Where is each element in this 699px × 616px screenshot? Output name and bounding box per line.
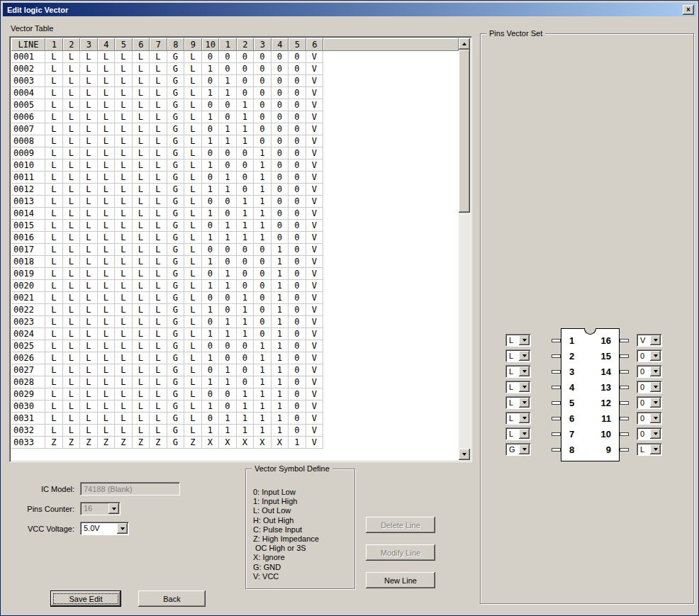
table-row[interactable]: 0025LLLLLLLGL000110V [11, 340, 459, 352]
scroll-down-button[interactable] [459, 449, 470, 460]
table-row[interactable]: 0029LLLLLLLGL001110V [11, 388, 459, 401]
pin-2-combo[interactable]: L [505, 349, 531, 362]
delete-line-button[interactable]: Delete Line [366, 517, 435, 533]
table-row[interactable]: 0009LLLLLLLGL000100V [11, 147, 459, 159]
dropdown-arrow-icon[interactable] [650, 429, 661, 439]
dropdown-arrow-icon[interactable] [519, 351, 530, 361]
column-header[interactable]: 3 [80, 38, 98, 51]
table-row[interactable]: 0032LLLLLLLGL111110V [11, 425, 459, 437]
table-row[interactable]: 0012LLLLLLLGL110100V [11, 184, 459, 196]
close-button[interactable]: × [683, 5, 694, 15]
pin-11-combo[interactable]: 0 [637, 412, 662, 425]
table-row[interactable]: 0027LLLLLLLGL010110V [11, 364, 459, 376]
dropdown-arrow-icon[interactable] [519, 366, 530, 376]
table-row[interactable]: 0021LLLLLLLGL001010V [11, 292, 459, 304]
table-row[interactable]: 0010LLLLLLLGL100100V [11, 159, 459, 172]
dropdown-arrow-icon[interactable] [650, 444, 661, 454]
column-header[interactable]: 1 [219, 38, 237, 51]
table-row[interactable]: 0033ZZZZZZZGZXXXXX1V [11, 437, 459, 449]
table-row[interactable]: 0030LLLLLLLGL101110V [11, 401, 459, 413]
table-row[interactable]: 0007LLLLLLLGL011000V [11, 123, 459, 135]
table-row[interactable]: 0005LLLLLLLGL001000V [11, 99, 459, 111]
table-row[interactable]: 0017LLLLLLLGL000010V [11, 244, 459, 256]
table-row[interactable]: 0024LLLLLLLGL111010V [11, 328, 459, 340]
pin-14-combo[interactable]: 0 [637, 365, 662, 378]
back-button[interactable]: Back [138, 590, 206, 607]
column-header[interactable]: 4 [272, 38, 289, 51]
scroll-up-button[interactable] [459, 38, 470, 50]
dropdown-arrow-icon[interactable] [650, 398, 661, 408]
dropdown-arrow-icon[interactable] [519, 429, 530, 439]
dropdown-arrow-icon[interactable] [650, 366, 661, 376]
pin-10-combo[interactable]: 0 [637, 427, 662, 440]
table-row[interactable]: 0002LLLLLLLGL100000V [11, 63, 459, 75]
table-row[interactable]: 0022LLLLLLLGL101010V [11, 304, 459, 316]
table-row[interactable]: 0028LLLLLLLGL110110V [11, 376, 459, 388]
pin-value-cell: Z [184, 437, 202, 449]
table-row[interactable]: 0023LLLLLLLGL011010V [11, 316, 459, 328]
pin-3-combo[interactable]: L [505, 365, 531, 378]
dropdown-arrow-icon[interactable] [117, 523, 128, 534]
table-row[interactable]: 0019LLLLLLLGL010010V [11, 268, 459, 280]
column-header[interactable]: 5 [289, 38, 306, 51]
dropdown-arrow-icon[interactable] [650, 335, 661, 345]
table-row[interactable]: 0014LLLLLLLGL101100V [11, 208, 459, 220]
table-row[interactable]: 0003LLLLLLLGL010000V [11, 75, 459, 87]
dropdown-arrow-icon[interactable] [519, 335, 530, 345]
dropdown-arrow-icon[interactable] [650, 382, 661, 392]
column-header[interactable]: 5 [115, 38, 133, 51]
table-row[interactable]: 0016LLLLLLLGL111100V [11, 232, 459, 244]
table-row[interactable]: 0006LLLLLLLGL101000V [11, 111, 459, 123]
new-line-button[interactable]: New Line [366, 572, 435, 588]
table-row[interactable]: 0031LLLLLLLGL011110V [11, 413, 459, 425]
pin-5-combo[interactable]: L [505, 396, 531, 409]
dropdown-arrow-icon[interactable] [519, 444, 530, 454]
pin-value-cell: L [80, 352, 98, 364]
column-header[interactable]: 3 [254, 38, 272, 51]
title-bar[interactable]: Edit logic Vector × [3, 3, 696, 16]
dropdown-arrow-icon[interactable] [519, 398, 530, 408]
column-header[interactable]: 1 [45, 38, 63, 51]
column-header[interactable]: 8 [167, 38, 185, 51]
column-header[interactable]: 10 [202, 38, 220, 51]
table-row[interactable]: 0008LLLLLLLGL111000V [11, 135, 459, 147]
dropdown-arrow-icon[interactable] [650, 413, 661, 423]
dropdown-arrow-icon[interactable] [519, 413, 530, 423]
table-row[interactable]: 0020LLLLLLLGL110010V [11, 280, 459, 292]
table-row[interactable]: 0026LLLLLLLGL100110V [11, 352, 459, 364]
table-row[interactable]: 0018LLLLLLLGL100010V [11, 256, 459, 268]
column-header[interactable]: 7 [150, 38, 167, 51]
pin-16-combo[interactable]: V [637, 334, 662, 347]
table-row[interactable]: 0015LLLLLLLGL011100V [11, 220, 459, 232]
column-header[interactable]: 6 [133, 38, 150, 51]
column-header[interactable]: 2 [63, 38, 81, 51]
column-header[interactable]: 6 [306, 38, 324, 51]
save-edit-button[interactable]: Save Edit [50, 590, 121, 607]
column-header[interactable]: 9 [184, 38, 202, 51]
pin-1-combo[interactable]: L [505, 334, 531, 347]
pin-6-combo[interactable]: L [505, 412, 531, 425]
pin-7-combo[interactable]: L [505, 427, 531, 440]
vertical-scrollbar[interactable] [459, 38, 470, 460]
pin-9-combo[interactable]: L [637, 443, 662, 456]
table-row[interactable]: 0001LLLLLLLGL000000V [11, 51, 459, 63]
vcc-voltage-select[interactable]: 5.0V [80, 522, 129, 535]
modify-line-button[interactable]: Modify Line [366, 544, 435, 561]
scrollbar-thumb[interactable] [459, 50, 470, 213]
column-header[interactable]: 2 [237, 38, 255, 51]
column-header[interactable]: 4 [98, 38, 116, 51]
row-filler [323, 401, 459, 413]
table-row[interactable]: 0013LLLLLLLGL001100V [11, 196, 459, 208]
pin-15-combo[interactable]: 0 [637, 349, 662, 362]
vector-table-grid[interactable]: LINE12345678910123456 0001LLLLLLLGL00000… [11, 38, 459, 460]
pin-13-combo[interactable]: 0 [637, 381, 662, 393]
dropdown-arrow-icon[interactable] [650, 351, 661, 361]
table-row[interactable]: 0004LLLLLLLGL110000V [11, 87, 459, 99]
table-row[interactable]: 0011LLLLLLLGL010100V [11, 172, 459, 184]
column-header[interactable]: LINE [11, 38, 45, 51]
pin-value-cell: 0 [272, 232, 289, 244]
pin-12-combo[interactable]: 0 [637, 396, 662, 409]
pin-8-combo[interactable]: G [505, 443, 531, 456]
dropdown-arrow-icon[interactable] [519, 382, 530, 392]
pin-4-combo[interactable]: L [505, 381, 531, 393]
